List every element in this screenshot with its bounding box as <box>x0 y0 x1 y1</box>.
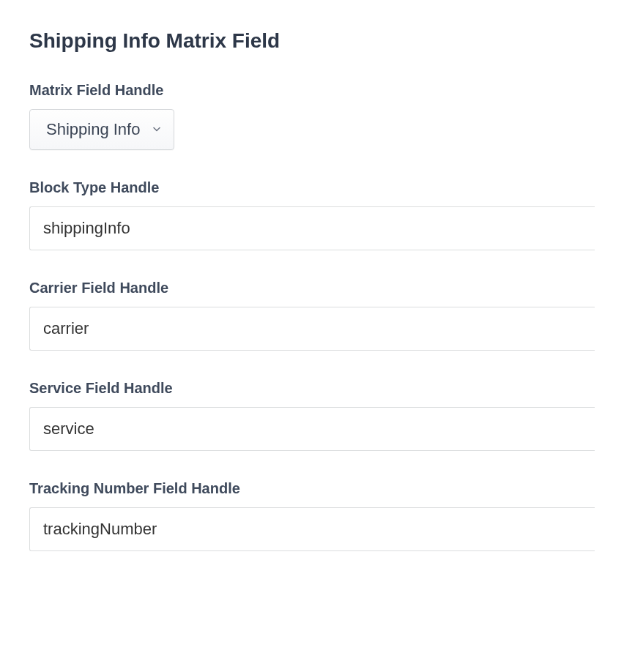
matrix-field-handle-group: Matrix Field Handle Shipping Info <box>29 82 595 150</box>
tracking-number-field-handle-label: Tracking Number Field Handle <box>29 480 595 497</box>
carrier-field-handle-group: Carrier Field Handle <box>29 280 595 351</box>
service-field-handle-label: Service Field Handle <box>29 380 595 397</box>
service-field-handle-group: Service Field Handle <box>29 380 595 451</box>
service-field-handle-input[interactable] <box>29 407 595 451</box>
matrix-field-handle-select[interactable]: Shipping Info <box>29 109 174 150</box>
carrier-field-handle-label: Carrier Field Handle <box>29 280 595 296</box>
block-type-handle-label: Block Type Handle <box>29 179 595 196</box>
tracking-number-field-handle-input[interactable] <box>29 507 595 551</box>
block-type-handle-group: Block Type Handle <box>29 179 595 250</box>
tracking-number-field-handle-group: Tracking Number Field Handle <box>29 480 595 551</box>
carrier-field-handle-input[interactable] <box>29 307 595 351</box>
matrix-field-handle-selected: Shipping Info <box>46 120 140 139</box>
matrix-field-handle-label: Matrix Field Handle <box>29 82 595 99</box>
block-type-handle-input[interactable] <box>29 206 595 250</box>
page-title: Shipping Info Matrix Field <box>29 29 595 53</box>
chevron-down-icon <box>153 127 160 132</box>
